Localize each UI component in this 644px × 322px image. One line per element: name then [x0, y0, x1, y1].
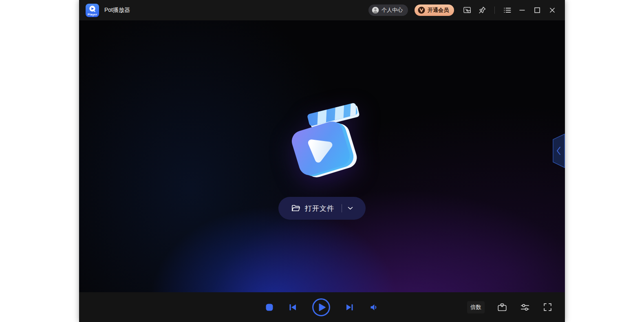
toolbox-icon	[497, 302, 507, 313]
next-track-icon	[345, 302, 355, 312]
close-button[interactable]	[548, 6, 557, 15]
personal-center-label: 个人中心	[382, 7, 403, 14]
previous-button[interactable]	[288, 302, 298, 312]
close-icon	[548, 6, 557, 15]
open-file-button[interactable]: 打开文件	[278, 197, 366, 220]
clapperboard-illustration	[283, 96, 361, 181]
settings-sliders-button[interactable]	[520, 302, 530, 313]
user-avatar-icon	[372, 7, 379, 14]
next-button[interactable]	[345, 302, 355, 312]
maximize-icon	[533, 6, 542, 15]
play-button[interactable]	[312, 298, 331, 317]
app-logo-caption: Player	[86, 13, 99, 16]
video-canvas[interactable]: 打开文件	[79, 20, 565, 292]
app-title: Pot播放器	[104, 7, 130, 14]
desktop-background: Player Pot播放器 个人中心	[0, 0, 644, 322]
stop-button[interactable]	[265, 303, 273, 311]
playlist-icon	[503, 6, 512, 15]
playlist-button[interactable]	[503, 6, 512, 15]
open-file-label: 打开文件	[305, 204, 334, 213]
play-icon	[312, 298, 331, 317]
toolbox-button[interactable]	[497, 302, 507, 313]
vip-badge-icon	[418, 7, 425, 14]
pin-on-top-button[interactable]	[478, 6, 487, 15]
membership-button[interactable]: 开通会员	[415, 4, 454, 16]
volume-icon	[369, 302, 379, 312]
titlebar: Player Pot播放器 个人中心	[79, 0, 565, 20]
fullscreen-button[interactable]	[543, 302, 553, 312]
button-separator	[342, 204, 342, 212]
control-bar: 倍数	[79, 292, 565, 322]
personal-center-button[interactable]: 个人中心	[368, 4, 408, 16]
chevron-down-icon[interactable]	[348, 207, 353, 210]
minimize-icon	[518, 6, 527, 15]
player-window: Player Pot播放器 个人中心	[79, 0, 565, 322]
previous-track-icon	[288, 302, 298, 312]
maximize-button[interactable]	[533, 6, 542, 15]
minimize-button[interactable]	[518, 6, 527, 15]
picture-in-picture-icon	[463, 6, 472, 15]
mini-mode-button[interactable]	[463, 6, 472, 15]
stop-icon	[265, 303, 273, 311]
titlebar-actions: 个人中心 开通会员	[368, 4, 557, 16]
app-logo-icon: Player	[86, 4, 99, 17]
folder-open-icon	[291, 204, 301, 212]
secondary-controls: 倍数	[467, 301, 553, 313]
sliders-icon	[520, 302, 530, 313]
side-panel-expand-tab[interactable]	[553, 134, 565, 168]
playback-speed-button[interactable]: 倍数	[467, 301, 485, 313]
fullscreen-icon	[543, 302, 553, 312]
volume-button[interactable]	[369, 302, 379, 312]
pin-icon	[478, 6, 487, 15]
titlebar-divider	[494, 7, 495, 14]
membership-label: 开通会员	[428, 7, 449, 14]
transport-controls	[265, 298, 379, 317]
